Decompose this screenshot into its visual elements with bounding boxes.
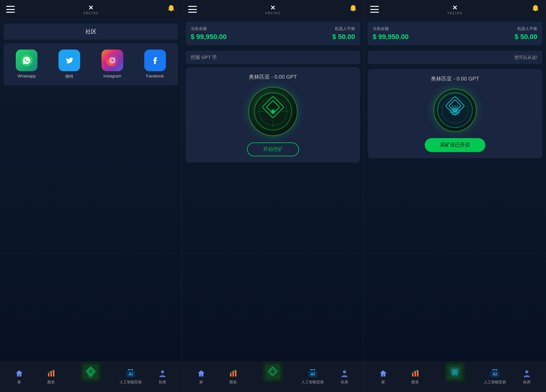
carousel-icon-3 bbox=[522, 368, 532, 378]
mine-coin-3 bbox=[433, 89, 477, 132]
bottom-nav-2: 家 图表 bbox=[182, 361, 364, 392]
svg-point-6 bbox=[114, 58, 114, 59]
nav-ai-trade-2[interactable]: AI 人工智能贸易 bbox=[297, 368, 329, 385]
nav-chart-3[interactable]: 图表 bbox=[399, 368, 431, 385]
svg-point-81 bbox=[525, 370, 528, 373]
menu-icon-2[interactable] bbox=[188, 6, 197, 13]
svg-rect-63 bbox=[414, 372, 416, 377]
svg-rect-62 bbox=[412, 373, 414, 377]
menu-icon-3[interactable] bbox=[370, 6, 379, 13]
menu-icon[interactable] bbox=[6, 6, 15, 13]
robot-label-2: 机器人平衡 bbox=[332, 26, 355, 32]
can-start-banner: 您可以从这! bbox=[368, 51, 542, 64]
svg-text:AI: AI bbox=[128, 372, 133, 377]
can-start-text: 您可以从这! bbox=[514, 55, 537, 60]
svg-rect-20 bbox=[352, 10, 354, 11]
svg-rect-34 bbox=[235, 370, 236, 377]
svg-rect-42 bbox=[535, 10, 536, 11]
nav-center-2[interactable] bbox=[249, 370, 297, 383]
robot-amount-3: $ 50.00 bbox=[515, 33, 537, 41]
logo-symbol: ✕ bbox=[88, 4, 93, 11]
mine-title-2: 奥林匹亚 - 0.00 GPT bbox=[249, 73, 297, 81]
chart-icon-1 bbox=[46, 368, 56, 378]
svg-rect-36 bbox=[265, 364, 280, 380]
robot-balance-2: 机器人平衡 $ 50.00 bbox=[332, 26, 355, 41]
nav-chart-label-1: 图表 bbox=[47, 380, 55, 385]
current-label-2: 当前余额 bbox=[191, 26, 227, 32]
topbar-1: ✕ XBEING bbox=[0, 0, 182, 19]
mine-card-2: 奥林匹亚 - 0.00 GPT bbox=[186, 67, 360, 163]
active-mine-button[interactable]: 采矿业已开启 bbox=[425, 138, 485, 152]
nav-center-icon-2 bbox=[262, 361, 284, 383]
social-item-facebook[interactable]: Facebook bbox=[135, 50, 175, 79]
robot-label-3: 机器人平衡 bbox=[515, 26, 537, 32]
whatsapp-icon-wrap bbox=[16, 50, 37, 71]
facebook-icon-wrap bbox=[144, 50, 166, 71]
social-item-twitter[interactable]: 推特 bbox=[50, 50, 89, 79]
logo-1: ✕ XBEING bbox=[83, 4, 99, 15]
carousel-icon-2 bbox=[340, 368, 349, 378]
current-label-3: 当前余额 bbox=[373, 26, 409, 32]
social-item-instagram[interactable]: Instagram bbox=[93, 50, 132, 79]
nav-carousel-1[interactable]: 轮席 bbox=[147, 368, 179, 385]
nav-home-1[interactable]: 家 bbox=[3, 368, 35, 385]
nav-carousel-2[interactable]: 轮席 bbox=[329, 368, 361, 385]
svg-rect-0 bbox=[170, 10, 172, 11]
nav-chart-1[interactable]: 图表 bbox=[35, 368, 67, 385]
bottom-nav-3: 家 图表 bbox=[364, 361, 546, 392]
nav-home-2[interactable]: 家 bbox=[185, 368, 217, 385]
bottom-nav-1: 家 图表 bbox=[0, 361, 182, 392]
nav-center-1[interactable] bbox=[67, 370, 115, 383]
chart-icon-3 bbox=[410, 368, 420, 378]
nav-center-3[interactable] bbox=[431, 370, 479, 383]
panel-community: ✕ XBEING 社区 bbox=[0, 0, 182, 392]
nav-chart-2[interactable]: 图表 bbox=[217, 368, 249, 385]
nav-home-label-1: 家 bbox=[17, 380, 21, 385]
logo-symbol-3: ✕ bbox=[452, 4, 457, 11]
balance-section-2: 当前余额 $ 99,950.00 机器人平衡 $ 50.00 bbox=[186, 22, 360, 45]
facebook-label: Facebook bbox=[146, 74, 164, 78]
nav-ai-label-1: 人工智能贸易 bbox=[119, 380, 142, 385]
nav-home-label-3: 家 bbox=[381, 380, 385, 385]
nav-ai-trade-1[interactable]: AI 人工智能贸易 bbox=[115, 368, 147, 385]
svg-rect-32 bbox=[230, 373, 232, 377]
nav-home-3[interactable]: 家 bbox=[367, 368, 399, 385]
mine-header-text-2: 挖掘 GPT 币 bbox=[191, 54, 217, 60]
community-title: 社区 bbox=[85, 28, 97, 35]
logo-symbol-2: ✕ bbox=[270, 4, 275, 11]
nav-carousel-label-1: 轮席 bbox=[159, 380, 166, 385]
mine-card-3: 奥林匹亚 - 0.00 GPT bbox=[368, 69, 542, 158]
community-title-box: 社区 bbox=[4, 24, 178, 40]
svg-text:AI: AI bbox=[310, 372, 315, 377]
svg-point-3 bbox=[106, 54, 118, 66]
svg-rect-8 bbox=[48, 373, 50, 377]
start-mine-button[interactable]: 开始挖矿 bbox=[247, 142, 299, 156]
nav-center-icon-1 bbox=[80, 361, 102, 383]
current-amount-2: $ 99,950.00 bbox=[191, 33, 227, 41]
nav-ai-trade-3[interactable]: AI 人工智能贸易 bbox=[479, 368, 511, 385]
current-balance-2: 当前余额 $ 99,950.00 bbox=[191, 26, 227, 41]
bell-icon-3[interactable] bbox=[531, 4, 540, 14]
bell-icon[interactable] bbox=[167, 4, 176, 14]
nav-ai-label-3: 人工智能贸易 bbox=[484, 380, 506, 385]
robot-amount-2: $ 50.00 bbox=[332, 33, 355, 41]
nav-carousel-3[interactable]: 轮席 bbox=[511, 368, 543, 385]
main-content-1: 社区 Whatsapp bbox=[0, 19, 182, 361]
svg-rect-64 bbox=[417, 370, 418, 377]
logo-text: XBEING bbox=[83, 11, 99, 15]
social-item-whatsapp[interactable]: Whatsapp bbox=[7, 50, 46, 79]
logo-2: ✕ XBEING bbox=[265, 4, 281, 15]
current-amount-3: $ 99,950.00 bbox=[373, 33, 409, 41]
instagram-icon-wrap bbox=[102, 50, 123, 71]
topbar-3: ✕ XBEING bbox=[364, 0, 546, 19]
bell-icon-2[interactable] bbox=[349, 4, 358, 14]
nav-chart-label-3: 图表 bbox=[411, 380, 419, 385]
community-section: 社区 Whatsapp bbox=[4, 24, 178, 85]
ai-trade-icon-3: AI bbox=[490, 368, 500, 378]
twitter-label: 推特 bbox=[65, 74, 73, 79]
home-icon bbox=[14, 368, 24, 378]
ai-trade-icon-1: AI bbox=[126, 368, 136, 378]
svg-rect-10 bbox=[53, 370, 54, 377]
carousel-icon-1 bbox=[158, 368, 167, 378]
balance-section-3: 当前余额 $ 99,950.00 机器人平衡 $ 50.00 bbox=[368, 22, 542, 45]
